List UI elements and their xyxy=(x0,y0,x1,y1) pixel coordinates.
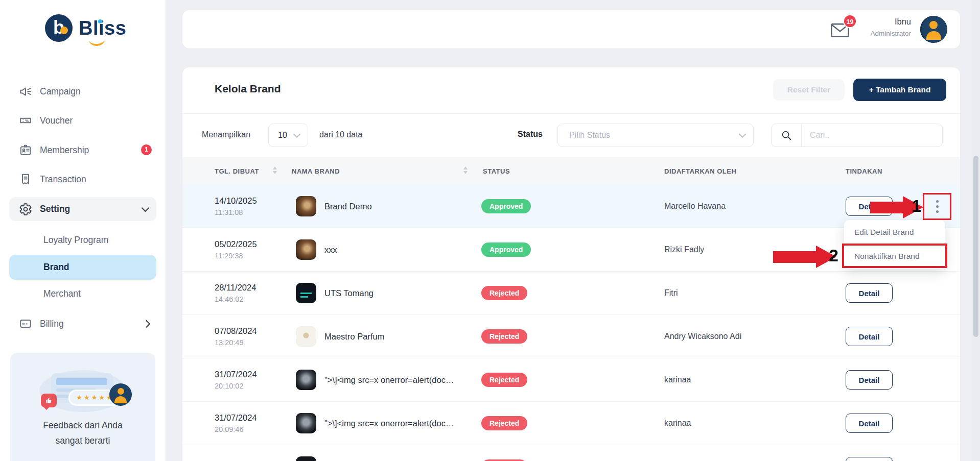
page-size-value: 10 xyxy=(278,131,287,140)
sidebar-item-voucher[interactable]: % Voucher xyxy=(0,109,166,132)
add-brand-button[interactable]: + Tambah Brand xyxy=(853,79,946,101)
sidebar-item-billing[interactable]: Billing xyxy=(0,312,166,335)
sidebar-subitem-merchant[interactable]: Merchant xyxy=(0,282,166,305)
menu-item-edit-detail-brand[interactable]: Edit Detail Brand xyxy=(844,220,945,244)
credit-card-icon xyxy=(18,317,33,331)
detail-button[interactable]: Detail xyxy=(846,327,893,346)
sidebar-subitem-loyalty-program[interactable]: Loyalty Program xyxy=(0,228,166,252)
detail-button[interactable]: Detail xyxy=(846,283,893,303)
brand-name: UTS Tomang xyxy=(324,288,374,298)
thumbs-up-icon xyxy=(41,394,57,407)
status-badge: Rejected xyxy=(481,286,527,300)
showing-label: Menampilkan xyxy=(202,130,250,139)
illustration-avatar xyxy=(109,383,132,406)
row-created-time: 13:20:49 xyxy=(215,338,257,347)
sidebar-item-label: Membership xyxy=(40,145,89,156)
column-header-nama-brand: NAMA BRAND xyxy=(292,157,340,185)
sidebar-item-transaction[interactable]: Transaction xyxy=(0,167,166,191)
annotation-arrow-2 xyxy=(773,251,816,263)
row-created-time: 20:10:02 xyxy=(215,382,257,390)
sidebar-subitem-label: Brand xyxy=(43,262,69,273)
sort-icon[interactable] xyxy=(463,166,468,174)
registered-by: Fitri xyxy=(664,288,678,298)
column-header-didaftarkan-oleh: DIDAFTARKAN OLEH xyxy=(664,157,736,185)
row-created-time: 14:46:02 xyxy=(215,295,256,303)
status-badge: Rejected xyxy=(481,416,527,430)
sidebar-subitem-brand-active[interactable]: Brand xyxy=(9,255,156,280)
logo-orange-accent xyxy=(60,27,68,34)
logo-icon: b xyxy=(45,14,73,42)
feedback-text-line2: sangat berarti xyxy=(10,435,155,446)
sidebar-item-label: Campaign xyxy=(40,86,81,97)
sidebar-item-label: Billing xyxy=(40,319,64,329)
row-created-time: 20:09:46 xyxy=(215,425,257,433)
row-created-time: 11:29:38 xyxy=(215,252,257,260)
status-badge: Approved xyxy=(481,242,531,257)
annotation-arrow-1 xyxy=(870,202,903,213)
brand-name: Maestro Parfum xyxy=(324,332,384,342)
page-size-select[interactable]: 10 xyxy=(268,124,308,147)
brand-name: ">\]<img src=x onerror=alert(doc… xyxy=(324,419,454,428)
logo-i-dot xyxy=(98,19,102,23)
status-select-placeholder: Pilih Status xyxy=(569,131,610,140)
search-input[interactable] xyxy=(809,125,942,146)
brand-thumbnail xyxy=(296,326,316,347)
brand-thumbnail xyxy=(296,196,316,216)
row-created-date: 14/10/2025 xyxy=(215,196,257,206)
row-created-date: 28/11/2024 xyxy=(215,283,256,293)
sidebar-item-setting[interactable]: Setting xyxy=(9,197,156,221)
detail-button[interactable]: Detail xyxy=(846,414,893,433)
annotation-highlight-box-nonaktifkan xyxy=(842,244,947,268)
feedback-text-line1: Feedback dari Anda xyxy=(10,420,155,431)
registered-by: Andry Wicaksono Adi xyxy=(664,332,741,341)
chevron-down-icon xyxy=(739,131,746,138)
detail-button[interactable]: Detail xyxy=(846,370,893,390)
status-badge: Approved xyxy=(481,199,531,213)
table-row: 31/07/2024 20:09:46 ">\]<img src=x onerr… xyxy=(182,402,960,445)
membership-count-badge: 1 xyxy=(141,144,152,155)
column-header-tindakan: TINDAKAN xyxy=(846,157,882,185)
brand-thumbnail xyxy=(296,370,316,390)
feedback-banner: ★★★★★ Feedback dari Anda sangat berarti xyxy=(10,353,155,461)
row-created-date: 31/07/2024 xyxy=(215,370,257,379)
status-select[interactable]: Pilih Status xyxy=(557,124,754,147)
total-data-label: dari 10 data xyxy=(319,130,363,139)
brand-name: ">\]<img src=x onerror=alert(doc… xyxy=(324,375,454,385)
brand-thumbnail xyxy=(296,413,316,433)
search-icon xyxy=(772,124,802,147)
sidebar-item-campaign[interactable]: Campaign xyxy=(0,80,166,103)
registered-by: karinaa xyxy=(664,375,691,384)
table-header: TGL. DIBUAT NAMA BRAND STATUS DIDAFTARKA… xyxy=(182,157,960,185)
registered-by: Rizki Fadly xyxy=(664,245,704,254)
table-row: 29/04/2024 Flavoura by BW 4 - QA TEST Re… xyxy=(182,445,960,461)
annotation-highlight-box-kebab xyxy=(923,193,951,220)
detail-button[interactable]: Detail xyxy=(846,457,893,461)
brand-name: xxx xyxy=(324,245,337,255)
ticket-icon: % xyxy=(18,113,33,128)
sidebar: b Bliss Campaign % Voucher Membership 1 xyxy=(0,0,166,461)
avatar[interactable] xyxy=(920,16,947,43)
user-role: Administrator xyxy=(788,30,911,37)
status-filter-label: Status xyxy=(518,130,543,139)
status-badge: Rejected xyxy=(481,373,527,387)
reset-filter-button[interactable]: Reset Filter xyxy=(773,79,845,101)
app-root: b Bliss Campaign % Voucher Membership 1 xyxy=(0,0,980,461)
table-row: 31/07/2024 20:10:02 ">\]<img src=x onerr… xyxy=(182,358,960,402)
kebab-menu-button[interactable] xyxy=(933,197,942,216)
brand-name: Brand Demo xyxy=(324,202,372,211)
user-name: Ibnu xyxy=(788,17,911,27)
registered-by: Marcello Havana xyxy=(664,202,726,211)
page-title: Kelola Brand xyxy=(215,83,281,95)
table-row: 07/08/2024 13:20:49 Maestro Parfum Rejec… xyxy=(182,315,960,358)
row-created-date: 07/08/2024 xyxy=(215,326,257,336)
scrollbar-thumb[interactable] xyxy=(973,156,978,337)
sort-icon[interactable] xyxy=(273,166,277,174)
search-box xyxy=(771,124,943,147)
feedback-illustration: ★★★★★ xyxy=(37,365,129,416)
sidebar-item-label: Voucher xyxy=(40,115,73,126)
logo-text: Bliss xyxy=(79,17,126,39)
annotation-step-1: 1 xyxy=(912,196,921,216)
column-header-tgl-dibuat: TGL. DIBUAT xyxy=(215,157,259,185)
app-logo: b Bliss xyxy=(45,13,157,45)
brand-thumbnail xyxy=(296,283,316,303)
